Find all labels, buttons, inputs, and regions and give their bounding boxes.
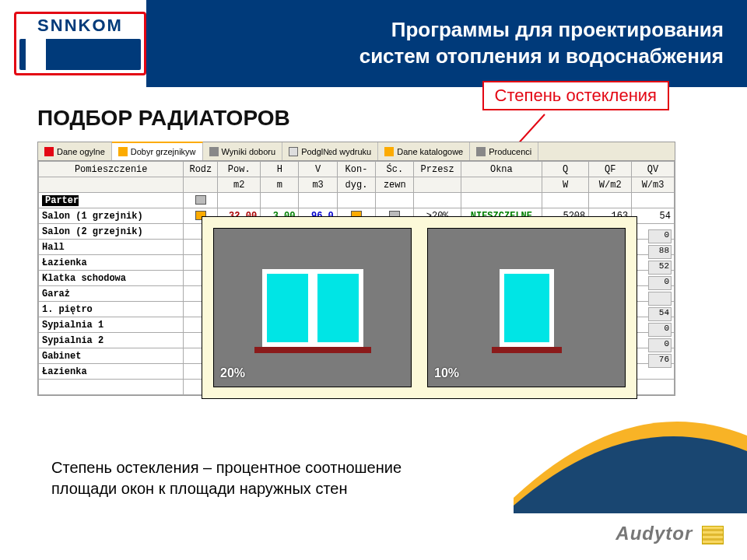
- tab-label: Dane katalogowe: [397, 147, 463, 156]
- cell-qv: 54: [632, 208, 675, 224]
- tab-label: Dane ogуlne: [57, 147, 105, 156]
- room-name: Łazienka: [39, 255, 184, 271]
- caption-line: Степень остекления – процентное соотноше…: [51, 459, 402, 476]
- document-icon: [289, 147, 298, 156]
- tab-radiator-selection[interactable]: Dobуr grzejnikуw: [112, 142, 203, 160]
- col-room: Pomieszczenie: [39, 162, 184, 177]
- tab-results[interactable]: Wyniki doboru: [203, 142, 283, 160]
- tab-producers[interactable]: Producenci: [470, 142, 538, 160]
- room-name: Łazienka: [39, 364, 184, 380]
- logo-text: SNNKOM: [16, 16, 144, 36]
- room-name: Klatka schodowa: [39, 271, 184, 286]
- table-units-row: m2 m m3 dyg. zewn W W/m2 W/m3: [39, 177, 675, 193]
- col-windows: Okna: [461, 162, 542, 177]
- slide-body: ПОДБОР РАДИАТОРОВ Степень остекления Dan…: [0, 87, 747, 404]
- col-type: Rodz: [184, 162, 218, 177]
- room-name: Gabinet: [39, 348, 184, 364]
- folder-icon: [384, 147, 394, 156]
- wall-20pct: 20%: [213, 228, 412, 387]
- building-icon: [195, 195, 206, 205]
- room-name: Garaż: [39, 286, 184, 302]
- room-name: Salon (1 grzejnik): [39, 208, 184, 224]
- glazing-percent: 10%: [434, 366, 459, 380]
- tab-label: Dobуr grzejnikуw: [131, 147, 196, 156]
- room-name: Sypialnia 2: [39, 333, 184, 348]
- slide-caption: Степень остекления – процентное соотноше…: [51, 457, 402, 499]
- tab-label: Podgl№d wydruku: [301, 147, 371, 156]
- room-name: Hall: [39, 240, 184, 255]
- col-area: Pow.: [218, 162, 261, 177]
- col-q: Q: [542, 162, 588, 177]
- tab-print-preview[interactable]: Podgl№d wydruku: [282, 142, 378, 160]
- watermark-logo-icon: [702, 526, 724, 544]
- logo: SNNKOM: [14, 12, 146, 75]
- home-icon: [44, 147, 54, 156]
- floor-label: Parter: [39, 193, 184, 208]
- wall-10pct: 10%: [427, 228, 626, 387]
- room-name: Sypialnia 1: [39, 317, 184, 333]
- room-name: 1. piętro: [39, 302, 184, 317]
- folder-icon: [118, 147, 128, 156]
- tab-bar: Dane ogуlne Dobуr grzejnikуw Wyniki dobo…: [38, 142, 675, 161]
- tab-label: Wyniki doboru: [222, 147, 276, 156]
- col-qv: QV: [632, 162, 675, 177]
- table-row[interactable]: Parter: [39, 193, 675, 208]
- factory-icon: [476, 147, 486, 156]
- tab-catalog[interactable]: Dane katalogowe: [378, 142, 470, 160]
- banner-title: Программы для проектирования систем отоп…: [359, 17, 724, 70]
- table-header-row: Pomieszczenie Rodz Pow. H V Kon- Śc. Prz…: [39, 162, 675, 177]
- app-window: Dane ogуlne Dobуr grzejnikуw Wyniki dobo…: [37, 142, 675, 396]
- col-floor: Kon-: [337, 162, 375, 177]
- window-icon: [262, 269, 363, 347]
- col-extwall: Śc.: [376, 162, 414, 177]
- logo-flag: [19, 39, 141, 70]
- col-qf: QF: [589, 162, 632, 177]
- callout-label: Степень остекления: [482, 81, 669, 110]
- tab-general[interactable]: Dane ogуlne: [38, 142, 112, 160]
- col-height: H: [261, 162, 299, 177]
- window-icon: [500, 269, 554, 347]
- watermark: Audytor: [615, 523, 724, 544]
- caption-line: площади окон к площади наружных стен: [51, 480, 348, 497]
- brand-banner: SNNKOM Программы для проектирования сист…: [0, 0, 747, 87]
- col-volume: V: [299, 162, 337, 177]
- glazing-tooltip: 20% 10%: [202, 216, 637, 399]
- calculator-icon: [209, 147, 219, 156]
- room-name: Salon (2 grzejnik): [39, 224, 184, 240]
- banner-title-wrap: Программы для проектирования систем отоп…: [146, 0, 747, 87]
- banner-title-line2: систем отопления и водоснабжения: [359, 44, 724, 68]
- glazing-percent: 20%: [220, 366, 245, 380]
- tab-label: Producenci: [489, 147, 531, 156]
- watermark-text: Audytor: [615, 523, 693, 544]
- banner-title-line1: Программы для проектирования: [391, 18, 724, 41]
- col-glazing: Przesz: [414, 162, 461, 177]
- column-values-peek: 0 88 52 0 54 0 0 76: [648, 229, 672, 368]
